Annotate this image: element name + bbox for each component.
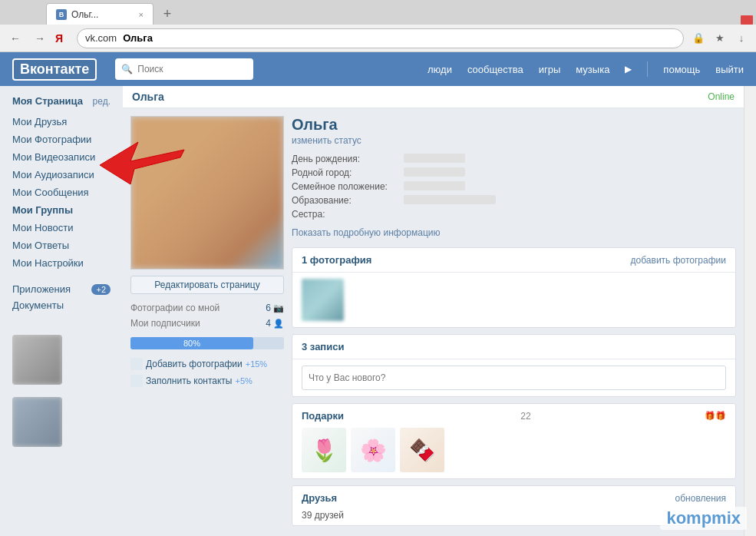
- profile-name-large: Ольга: [292, 116, 736, 134]
- photos-section-header: 1 фотография добавить фотографии: [292, 248, 735, 273]
- sister-label: Сестра:: [292, 209, 399, 220]
- nav-separator: [647, 61, 648, 77]
- friends-update-link[interactable]: обновления: [675, 493, 726, 504]
- new-tab-button[interactable]: +: [157, 3, 178, 25]
- online-status: Online: [708, 91, 735, 102]
- info-sister: Сестра:: [292, 209, 736, 220]
- watermark: kompmix: [660, 507, 747, 530]
- post-text-input[interactable]: [302, 366, 726, 390]
- search-input[interactable]: [137, 64, 247, 74]
- edit-page-button[interactable]: Редактировать страницу: [130, 276, 284, 294]
- sidebar-item-docs[interactable]: Документы: [0, 297, 123, 313]
- nav-people[interactable]: люди: [428, 64, 452, 75]
- tab-bar: В Ольг... × +: [0, 0, 756, 25]
- nav-more-arrow[interactable]: ▶: [625, 64, 632, 74]
- people-icon: 👤: [273, 319, 284, 329]
- sidebar-item-videos[interactable]: Мои Видеозаписи: [0, 148, 123, 166]
- info-relationship: Семейное положение:: [292, 181, 736, 192]
- nav-communities[interactable]: сообщества: [467, 64, 523, 75]
- forward-button[interactable]: →: [31, 29, 49, 48]
- photos-count: 6 📷: [266, 303, 284, 313]
- profile-name-header: Ольга: [132, 91, 164, 103]
- sidebar-lower-section: Приложения +2 Документы: [0, 281, 123, 313]
- address-bar[interactable]: vk.com Ольга: [77, 28, 684, 48]
- post-input-area: [292, 359, 735, 396]
- profile-photo[interactable]: [130, 116, 284, 270]
- profile-actions: Добавить фотографии +15% Заполнить конта…: [130, 356, 284, 389]
- birthday-value: [404, 154, 465, 163]
- posts-section: 3 записи: [292, 334, 736, 397]
- vk-page: Вконтакте 🔍 люди сообщества игры музыка …: [0, 52, 756, 536]
- sidebar-item-apps[interactable]: Приложения +2: [0, 281, 123, 297]
- profile-info: День рождения: Родной город: Семейное по…: [292, 154, 736, 220]
- scrollbar[interactable]: [744, 86, 756, 536]
- photos-section-title: 1 фотография: [302, 254, 371, 266]
- sidebar-my-page[interactable]: Моя Страница: [12, 95, 83, 107]
- info-city: Родной город:: [292, 167, 736, 178]
- vk-search-box[interactable]: 🔍: [115, 58, 253, 80]
- vk-nav: люди сообщества игры музыка ▶ помощь вый…: [428, 61, 744, 77]
- yandex-logo: Я: [55, 32, 71, 45]
- fill-contacts-link[interactable]: Заполнить контакты: [146, 376, 232, 386]
- relationship-value: [404, 181, 465, 190]
- nav-music[interactable]: музыка: [576, 64, 609, 75]
- nav-games[interactable]: игры: [539, 64, 561, 75]
- add-photo-plus: +15%: [246, 359, 267, 369]
- nav-logout[interactable]: выйти: [715, 64, 744, 75]
- sidebar-item-photos[interactable]: Мои Фотографии: [0, 131, 123, 148]
- photo-thumbnail[interactable]: [302, 279, 344, 321]
- stat-photos-with-me: Фотографии со мной 6 📷: [130, 300, 284, 316]
- back-button[interactable]: ←: [6, 29, 25, 48]
- apps-badge: +2: [91, 284, 111, 295]
- gifts-images: 🌷 🌸 🍫: [292, 425, 735, 478]
- sidebar-avatar-area-2: [0, 391, 123, 453]
- sidebar-avatar-area: [0, 329, 123, 391]
- contacts-action-icon: [130, 375, 143, 387]
- vk-logo[interactable]: Вконтакте: [12, 58, 97, 81]
- sidebar-item-messages[interactable]: Мои Сообщения: [0, 184, 123, 201]
- tab-close-button[interactable]: ×: [139, 10, 144, 19]
- fill-contacts-action: Заполнить контакты +5%: [130, 372, 284, 389]
- gifts-title: Подарки: [302, 410, 344, 422]
- vk-header: Вконтакте 🔍 люди сообщества игры музыка …: [0, 52, 756, 86]
- progress-percent: 80%: [183, 339, 200, 348]
- posts-count: 3 записи: [302, 341, 344, 352]
- gift-item-2[interactable]: 🌸: [351, 428, 395, 472]
- add-photo-link[interactable]: Добавить фотографии: [146, 359, 243, 369]
- nav-help[interactable]: помощь: [663, 64, 700, 75]
- add-photo-section-link[interactable]: добавить фотографии: [631, 255, 726, 266]
- sidebar-item-news[interactable]: Мои Новости: [0, 219, 123, 237]
- sidebar-item-groups[interactable]: Мои Группы: [0, 201, 123, 219]
- relationship-label: Семейное положение:: [292, 181, 399, 192]
- education-value: [404, 195, 496, 204]
- avatar-image: [12, 335, 62, 385]
- bookmark-star-icon[interactable]: ★: [711, 30, 728, 47]
- profile-stats: Фотографии со мной 6 📷 Мои подписчики 4: [130, 300, 284, 331]
- url-text: vk.com: [85, 32, 117, 44]
- address-highlight: Ольга: [123, 32, 153, 44]
- change-status-link[interactable]: изменить статус: [292, 135, 736, 146]
- sidebar-item-friends[interactable]: Мои Друзья: [0, 113, 123, 131]
- active-tab[interactable]: В Ольг... ×: [46, 3, 154, 25]
- gifts-icon: 🎁🎁: [705, 411, 726, 421]
- show-more-link[interactable]: Показать подробную информацию: [292, 227, 736, 238]
- gift-item-3[interactable]: 🍫: [400, 428, 444, 472]
- subscribers-count: 4 👤: [266, 318, 284, 329]
- sidebar-item-audio[interactable]: Мои Аудиозаписи: [0, 166, 123, 184]
- friends-title: Друзья: [302, 492, 337, 504]
- add-photo-action: Добавить фотографии +15%: [130, 356, 284, 372]
- city-label: Родной город:: [292, 167, 399, 178]
- sidebar-edit-link[interactable]: ред.: [93, 96, 111, 107]
- sidebar-main-section: Моя Страница ред. Мои Друзья Мои Фотогра…: [0, 92, 123, 272]
- sidebar-item-answers[interactable]: Мои Ответы: [0, 237, 123, 254]
- nav-right-icons: 🔒 ★ ↓: [690, 30, 750, 47]
- city-value: [404, 167, 465, 177]
- browser-chrome: В Ольг... × + ← → Я vk.com Ольга: [0, 0, 756, 52]
- window-control[interactable]: [741, 15, 753, 25]
- download-icon[interactable]: ↓: [733, 30, 750, 47]
- sidebar-item-settings[interactable]: Мои Настройки: [0, 254, 123, 272]
- gift-item-1[interactable]: 🌷: [302, 428, 346, 472]
- stat-subscribers: Мои подписчики 4 👤: [130, 316, 284, 331]
- tab-favicon: В: [56, 9, 67, 20]
- gifts-count: 22: [520, 411, 530, 422]
